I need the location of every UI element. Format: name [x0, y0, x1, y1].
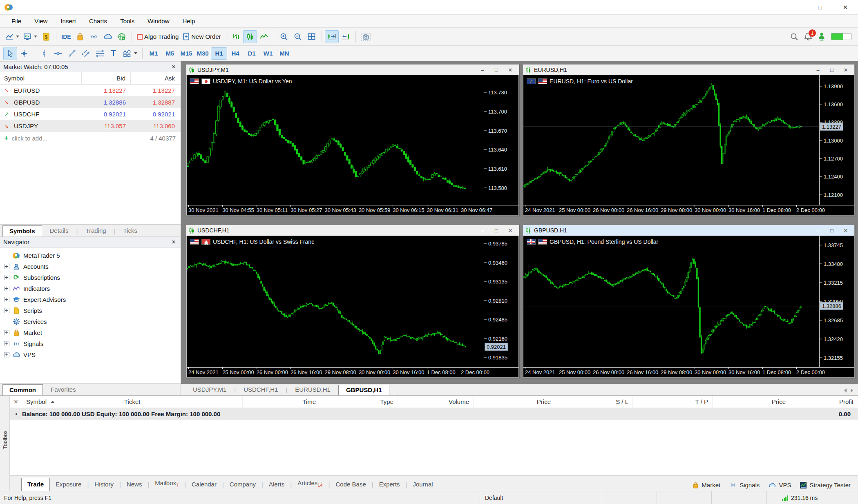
chart-time-axis[interactable]: 30 Nov 202130 Nov 04:5530 Nov 05:1130 No… — [187, 205, 518, 215]
chart-titlebar[interactable]: USDJPY,M1 – □ ✕ — [186, 65, 519, 75]
chart-plot[interactable]: GBPUSD, H1: Pound Sterling vs US Dollar — [523, 236, 820, 367]
timeframe-d1[interactable]: D1 — [244, 47, 260, 60]
deposit-button[interactable]: $ — [39, 30, 53, 43]
crosshair-tool-button[interactable] — [17, 47, 31, 60]
expand-icon[interactable] — [4, 341, 9, 346]
gb-flag-icon[interactable] — [527, 239, 536, 245]
tab-favorites[interactable]: Favorites — [44, 384, 83, 395]
column-time[interactable]: Time — [243, 396, 320, 408]
timeframe-m5[interactable]: M5 — [162, 47, 178, 60]
chart-titlebar[interactable]: GBPUSD,H1 – □ ✕ — [523, 225, 854, 236]
menu-file[interactable]: File — [5, 16, 28, 26]
column-symbol[interactable]: Symbol — [0, 72, 82, 84]
search-icon[interactable] — [790, 33, 798, 41]
timeframe-mn[interactable]: MN — [276, 47, 293, 60]
eu-flag-icon[interactable] — [527, 78, 536, 84]
screenshot-button[interactable] — [359, 30, 373, 43]
toolbox-tab-journal[interactable]: Journal — [407, 478, 438, 491]
us-flag-icon[interactable] — [190, 78, 199, 84]
column-bid[interactable]: Bid — [82, 72, 131, 84]
column-price2[interactable]: Price — [713, 396, 790, 408]
strategy-tester-button[interactable]: Strategy Tester — [800, 482, 851, 488]
fibonacci-tool-button[interactable] — [93, 47, 107, 60]
tree-item-expert-advisors[interactable]: Expert Advisors — [4, 294, 181, 305]
chart-tab-usdchf[interactable]: USDCHF,H1 — [236, 384, 286, 395]
vps-button[interactable] — [101, 30, 115, 43]
tree-item-indicators[interactable]: Indicators — [4, 283, 181, 294]
expand-icon[interactable] — [4, 352, 9, 357]
toolbox-tab-mailbox[interactable]: Mailbox7 — [149, 477, 184, 491]
tree-root-metatrader5[interactable]: MetaTrader 5 — [4, 250, 181, 261]
column-volume[interactable]: Volume — [398, 396, 474, 408]
chart-shift-button[interactable] — [339, 30, 353, 43]
market-watch-row-eurusd[interactable]: ↘EURUSD 1.13227 1.13227 — [0, 85, 181, 96]
column-sl[interactable]: S / L — [555, 396, 633, 408]
column-symbol[interactable]: Symbol — [22, 396, 120, 408]
zoom-in-button[interactable] — [277, 30, 291, 43]
shapes-tool-button[interactable] — [121, 47, 139, 60]
market-shortcut-button[interactable]: Market — [693, 482, 720, 488]
toolbox-tab-experts[interactable]: Experts — [373, 478, 406, 491]
chart-minimize-button[interactable]: – — [812, 66, 824, 74]
zoom-out-button[interactable] — [291, 30, 305, 43]
chart-tab-gbpusd[interactable]: GBPUSD,H1 — [338, 385, 390, 395]
market-watch-row-usdjpy[interactable]: ↘USDJPY 113.057 113.060 — [0, 120, 181, 132]
chart-close-button[interactable]: ✕ — [504, 226, 516, 234]
tile-windows-button[interactable] — [305, 30, 319, 43]
vertical-line-tool-button[interactable] — [37, 47, 51, 60]
candlestick-mode-button[interactable] — [243, 30, 257, 43]
column-profit[interactable]: Profit — [790, 396, 858, 408]
tab-common[interactable]: Common — [2, 384, 43, 395]
balance-row[interactable]: Balance: 100 000.00 USD Equity: 100 000.… — [10, 408, 858, 420]
cursor-tool-button[interactable] — [3, 47, 17, 60]
tab-details[interactable]: Details — [43, 225, 76, 236]
column-ask[interactable]: Ask — [131, 75, 180, 82]
tree-item-scripts[interactable]: Scripts — [4, 305, 181, 316]
chart-close-button[interactable]: ✕ — [840, 66, 852, 74]
ch-flag-icon[interactable] — [201, 239, 210, 245]
tree-item-market[interactable]: Market — [4, 327, 181, 338]
metaeditor-button[interactable]: IDE — [59, 30, 73, 43]
tree-item-services[interactable]: Services — [4, 316, 181, 327]
toolbox-tab-company[interactable]: Company — [224, 478, 261, 491]
menu-insert[interactable]: Insert — [54, 16, 83, 26]
market-profile-button[interactable] — [21, 30, 39, 43]
column-price[interactable]: Price — [474, 396, 555, 408]
tree-item-signals[interactable]: Signals — [4, 338, 181, 349]
trendline-tool-button[interactable] — [65, 47, 79, 60]
us-flag-icon[interactable] — [538, 78, 547, 84]
menu-tools[interactable]: Tools — [114, 16, 141, 26]
chart-plot[interactable]: USDCHF, H1: US Dollar vs Swiss Franc — [187, 236, 484, 367]
timeframe-h4[interactable]: H4 — [227, 47, 244, 60]
toolbox-tab-codebase[interactable]: Code Base — [330, 478, 372, 491]
chart-minimize-button[interactable]: – — [476, 226, 489, 234]
column-ticket[interactable]: Ticket — [120, 396, 243, 408]
click-to-add-row[interactable]: + click to add... 4 / 40377 — [0, 132, 181, 144]
window-minimize-button[interactable]: – — [782, 0, 807, 15]
tab-ticks[interactable]: Ticks — [116, 225, 144, 236]
chart-tab-usdjpy[interactable]: USDJPY,M1 — [185, 384, 234, 395]
toolbox-tab-alerts[interactable]: Alerts — [263, 478, 290, 491]
timeframe-m15[interactable]: M15 — [178, 47, 194, 60]
column-tp[interactable]: T / P — [633, 396, 713, 408]
close-icon[interactable]: ✕ — [10, 399, 22, 405]
market-watch-row-gbpusd[interactable]: ↘GBPUSD 1.32886 1.32887 — [0, 96, 181, 108]
chart-maximize-button[interactable]: □ — [826, 66, 838, 74]
status-profile[interactable]: Default — [480, 491, 602, 504]
window-close-button[interactable]: ✕ — [833, 0, 858, 15]
horizontal-line-tool-button[interactable] — [51, 47, 65, 60]
expand-icon[interactable] — [4, 308, 9, 313]
menu-view[interactable]: View — [28, 16, 54, 26]
chart-time-axis[interactable]: 24 Nov 202125 Nov 00:0026 Nov 00:0026 No… — [523, 205, 854, 215]
line-chart-mode-button[interactable] — [257, 30, 271, 43]
market-watch-row-usdchf[interactable]: ↗USDCHF 0.92021 0.92021 — [0, 108, 181, 120]
jp-flag-icon[interactable] — [201, 78, 210, 84]
toolbox-tab-calendar[interactable]: Calendar — [186, 478, 222, 491]
timeframe-m1[interactable]: M1 — [145, 47, 162, 60]
expand-icon[interactable] — [4, 297, 9, 302]
toolbox-tab-articles[interactable]: Articles14 — [292, 477, 328, 491]
close-icon[interactable]: ✕ — [170, 64, 177, 70]
menu-window[interactable]: Window — [141, 16, 176, 26]
chart-maximize-button[interactable]: □ — [826, 226, 838, 234]
chart-time-axis[interactable]: 24 Nov 202125 Nov 00:0026 Nov 00:0026 No… — [523, 367, 854, 377]
